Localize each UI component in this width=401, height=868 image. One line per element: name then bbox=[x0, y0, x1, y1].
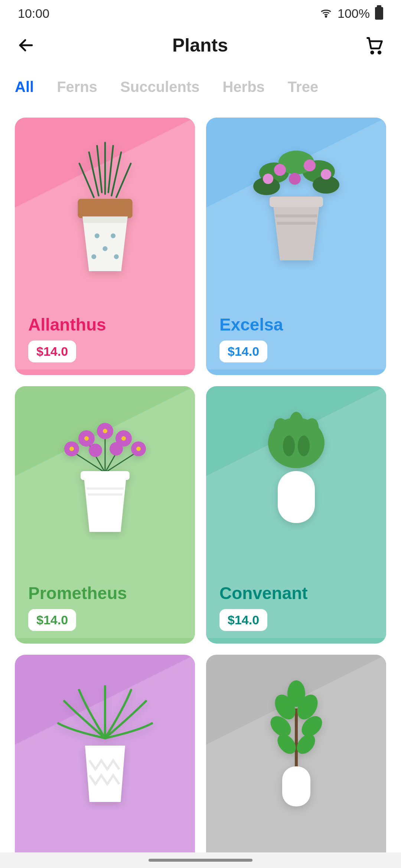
status-right: 100% bbox=[320, 6, 383, 21]
back-button[interactable] bbox=[16, 36, 36, 55]
home-indicator bbox=[0, 852, 401, 868]
price-badge: $14.0 bbox=[219, 609, 267, 631]
svg-rect-12 bbox=[78, 199, 132, 218]
svg-point-45 bbox=[84, 436, 89, 441]
svg-point-47 bbox=[103, 429, 107, 433]
svg-rect-71 bbox=[282, 766, 310, 806]
svg-point-15 bbox=[102, 246, 107, 251]
svg-rect-52 bbox=[88, 493, 122, 496]
svg-rect-50 bbox=[81, 471, 130, 480]
product-image bbox=[206, 670, 386, 822]
product-name: Allanthus bbox=[28, 315, 106, 335]
svg-point-46 bbox=[121, 436, 126, 441]
product-info: Allanthus $14.0 bbox=[28, 315, 106, 362]
product-info: Excelsa $14.0 bbox=[219, 315, 283, 362]
svg-point-14 bbox=[111, 233, 115, 238]
product-info: Prometheus $14.0 bbox=[28, 583, 127, 631]
product-image bbox=[15, 132, 195, 285]
status-bar: 10:00 100% bbox=[0, 0, 401, 27]
product-card[interactable] bbox=[206, 655, 386, 868]
product-grid: Allanthus $14.0 Excelsa $14.0 bbox=[0, 106, 401, 868]
cart-icon bbox=[365, 36, 384, 55]
price-badge: $14.0 bbox=[28, 609, 76, 631]
svg-point-44 bbox=[110, 442, 123, 456]
tab-all[interactable]: All bbox=[15, 79, 34, 95]
svg-point-27 bbox=[321, 169, 331, 180]
page-title: Plants bbox=[172, 34, 228, 56]
svg-point-25 bbox=[304, 160, 316, 171]
product-card[interactable]: Convenant $14.0 bbox=[206, 386, 386, 644]
svg-point-13 bbox=[94, 233, 99, 238]
product-name: Convenant bbox=[219, 583, 308, 603]
svg-point-24 bbox=[274, 164, 286, 176]
app-header: Plants bbox=[0, 27, 401, 64]
svg-point-17 bbox=[114, 254, 118, 259]
svg-point-59 bbox=[298, 435, 310, 456]
tab-herbs[interactable]: Herbs bbox=[222, 79, 264, 95]
cart-button[interactable] bbox=[365, 35, 385, 55]
svg-rect-60 bbox=[278, 471, 315, 523]
svg-point-28 bbox=[263, 174, 273, 184]
product-name: Excelsa bbox=[219, 315, 283, 335]
product-image bbox=[15, 670, 195, 822]
svg-rect-31 bbox=[277, 222, 316, 225]
product-card[interactable]: Allanthus $14.0 bbox=[15, 118, 195, 375]
product-image bbox=[206, 401, 386, 553]
tab-ferns[interactable]: Ferns bbox=[57, 79, 97, 95]
status-battery-pct: 100% bbox=[338, 6, 370, 21]
wifi-icon bbox=[320, 7, 332, 20]
price-badge: $14.0 bbox=[219, 341, 267, 362]
category-tabs: All Ferns Succulents Herbs Tree bbox=[0, 64, 401, 106]
svg-point-57 bbox=[289, 412, 304, 438]
tab-tree[interactable]: Tree bbox=[288, 79, 318, 95]
svg-line-11 bbox=[108, 146, 113, 193]
price-badge: $14.0 bbox=[28, 341, 76, 362]
svg-point-0 bbox=[325, 16, 326, 17]
svg-line-9 bbox=[116, 164, 131, 197]
product-card[interactable] bbox=[15, 655, 195, 868]
product-name: Prometheus bbox=[28, 583, 127, 603]
svg-point-26 bbox=[289, 173, 301, 185]
svg-point-43 bbox=[89, 444, 102, 457]
svg-point-3 bbox=[378, 52, 381, 54]
svg-rect-51 bbox=[87, 487, 124, 490]
svg-point-58 bbox=[283, 435, 295, 456]
product-image bbox=[15, 401, 195, 553]
battery-icon bbox=[375, 7, 383, 20]
tab-succulents[interactable]: Succulents bbox=[120, 79, 199, 95]
svg-line-10 bbox=[97, 146, 102, 193]
svg-point-2 bbox=[371, 52, 374, 54]
svg-point-16 bbox=[91, 254, 96, 259]
svg-point-49 bbox=[136, 447, 141, 451]
svg-rect-30 bbox=[276, 214, 317, 217]
product-card[interactable]: Prometheus $14.0 bbox=[15, 386, 195, 644]
svg-point-48 bbox=[69, 447, 74, 451]
svg-line-8 bbox=[79, 164, 94, 197]
svg-rect-29 bbox=[270, 197, 323, 207]
product-info: Convenant $14.0 bbox=[219, 583, 308, 631]
svg-point-66 bbox=[287, 680, 305, 707]
arrow-left-icon bbox=[17, 36, 35, 54]
product-card[interactable]: Excelsa $14.0 bbox=[206, 118, 386, 375]
status-time: 10:00 bbox=[18, 6, 49, 21]
product-image bbox=[206, 132, 386, 285]
